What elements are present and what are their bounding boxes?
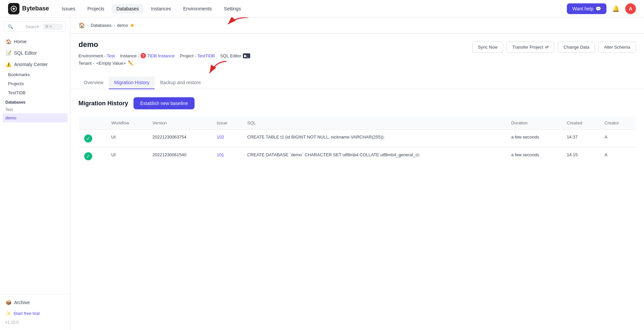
page-title: demo: [78, 40, 250, 49]
migration-history-title: Migration History: [78, 100, 128, 107]
tab-backup-restore[interactable]: Backup and restore: [155, 76, 206, 89]
search-shortcut: ⌘ K: [43, 24, 62, 30]
establish-new-baseline-button[interactable]: Establish new baseline: [133, 97, 195, 109]
body-layout: 🔍 Search ⌘ K 🏠 Home 📝 SQL Editor ⚠️ Anom…: [0, 17, 644, 330]
row2-issue[interactable]: 101: [211, 148, 242, 165]
row1-created: 14:37: [561, 130, 599, 148]
sidebar-bottom: 📦 Archive ✨ Start free trial v1.10.0: [0, 294, 70, 326]
issue-link-102[interactable]: 102: [217, 134, 224, 140]
breadcrumb: 🏠 › Databases › demo ★: [70, 17, 644, 34]
sidebar-project-testtidb[interactable]: TestTiDB: [0, 88, 70, 97]
sidebar-bookmarks[interactable]: Bookmarks: [0, 70, 70, 79]
transfer-project-button[interactable]: Transfer Project ⇄: [506, 42, 554, 53]
instance-link[interactable]: TiDB Instance: [147, 53, 174, 58]
row1-issue[interactable]: 102: [211, 130, 242, 148]
want-help-button[interactable]: Want help 💬: [567, 3, 606, 14]
nav-environments[interactable]: Environments: [178, 4, 217, 13]
edit-tenant-icon[interactable]: ✏️: [128, 60, 133, 66]
breadcrumb-home-icon[interactable]: 🏠: [78, 22, 85, 29]
notification-bell-icon[interactable]: 🔔: [610, 3, 621, 14]
col-version: Version: [147, 116, 211, 130]
row1-workflow: UI: [106, 130, 147, 148]
col-issue: Issue: [211, 116, 242, 130]
tenant-row: Tenant - <Empty Value> ✏️: [78, 60, 250, 66]
nav-databases[interactable]: Databases: [112, 4, 144, 13]
favorite-star-icon[interactable]: ★: [130, 22, 135, 29]
app-name: Bytebase: [22, 5, 49, 12]
row1-version: 20221230063754: [147, 130, 211, 148]
tenant-value: <Empty Value>: [96, 61, 126, 66]
project-link[interactable]: TestTiDB: [197, 53, 215, 58]
col-creator: Creator: [599, 116, 636, 130]
sidebar-db-demo[interactable]: demo: [3, 113, 67, 122]
start-trial-label: Start free trial: [13, 311, 40, 316]
section-header: Migration History Establish new baseline: [78, 97, 636, 109]
sidebar-item-sql-editor[interactable]: 📝 SQL Editor: [0, 47, 70, 59]
col-sql: SQL: [242, 116, 506, 130]
transfer-icon: ⇄: [545, 45, 549, 50]
start-free-trial-button[interactable]: ✨ Start free trial: [0, 308, 70, 319]
nav-projects[interactable]: Projects: [83, 4, 109, 13]
tab-overview[interactable]: Overview: [78, 76, 109, 89]
migration-table: Workflow Version Issue SQL Duration Crea…: [78, 116, 636, 165]
col-workflow: Workflow: [106, 116, 147, 130]
sidebar-archive[interactable]: 📦 Archive: [0, 297, 70, 308]
nav-instances[interactable]: Instances: [146, 4, 176, 13]
alter-schema-button[interactable]: Alter Schema: [598, 42, 636, 53]
page-header-row: demo Environment - Test Instance - T TiD…: [70, 34, 644, 71]
main-content: 🏠 › Databases › demo ★ demo Environm: [70, 17, 644, 330]
row1-sql: CREATE TABLE t1 (id BIGINT NOT NULL, nic…: [242, 130, 506, 148]
chat-icon: 💬: [595, 6, 601, 11]
breadcrumb-sep-1: ›: [87, 23, 89, 28]
sql-editor-meta: SQL Editor ▶_: [220, 53, 250, 58]
sidebar-anomaly-label: Anomaly Center: [14, 62, 48, 67]
row2-creator: A: [599, 148, 636, 165]
sync-now-button[interactable]: Sync Now: [472, 42, 503, 53]
project-meta: Project - TestTiDB: [180, 53, 215, 58]
page-header-left: demo Environment - Test Instance - T TiD…: [78, 40, 250, 71]
row1-duration: a few seconds: [506, 130, 561, 148]
breadcrumb-databases[interactable]: Databases: [91, 23, 111, 28]
env-label-text: Environment - Test: [78, 53, 115, 58]
user-avatar[interactable]: A: [625, 3, 636, 14]
home-icon: 🏠: [5, 39, 11, 45]
breadcrumb-current: demo: [117, 23, 128, 28]
arrow-annotation: [225, 17, 252, 28]
table-row: ✓ UI 20221230061540 101 CREATE DATABASE …: [79, 148, 636, 165]
table-row: ✓ UI 20221230063754 102 CREATE TABLE t1 …: [79, 130, 636, 148]
row2-workflow: UI: [106, 148, 147, 165]
app-logo[interactable]: Bytebase: [8, 3, 49, 14]
sql-editor-icon: 📝: [5, 50, 11, 56]
header-actions: Sync Now Transfer Project ⇄ Change Data …: [472, 42, 636, 53]
breadcrumb-sep-2: ›: [114, 23, 115, 28]
issue-link-101[interactable]: 101: [217, 152, 224, 157]
env-link[interactable]: Test: [107, 53, 115, 58]
tidb-icon: T: [141, 53, 146, 58]
top-navigation: Bytebase Issues Projects Databases Insta…: [0, 0, 644, 17]
nav-issues[interactable]: Issues: [57, 4, 80, 13]
archive-label: Archive: [14, 300, 30, 305]
row2-created: 14:15: [561, 148, 599, 165]
row1-status: ✓: [79, 130, 106, 148]
row2-version: 20221230061540: [147, 148, 211, 165]
row2-duration: a few seconds: [506, 148, 561, 165]
sidebar-projects-heading: Projects: [0, 79, 70, 88]
sidebar-databases-label: Databases: [0, 97, 70, 106]
tabs-row: Overview Migration History Backup and re…: [70, 76, 644, 89]
search-input[interactable]: 🔍 Search ⌘ K: [4, 21, 66, 32]
sidebar-item-home[interactable]: 🏠 Home: [0, 36, 70, 47]
sidebar-item-anomaly-center[interactable]: ⚠️ Anomaly Center: [0, 59, 70, 70]
logo-icon: [8, 3, 19, 14]
change-data-button[interactable]: Change Data: [558, 42, 595, 53]
nav-settings[interactable]: Settings: [219, 4, 246, 13]
status-success-icon: ✓: [84, 134, 92, 143]
row1-creator: A: [599, 130, 636, 148]
tabs-container: Overview Migration History Backup and re…: [70, 76, 644, 89]
tab-migration-history[interactable]: Migration History: [109, 76, 155, 89]
sparkle-icon: ✨: [5, 311, 11, 316]
terminal-icon[interactable]: ▶_: [243, 53, 250, 58]
search-icon: 🔍: [8, 24, 23, 29]
status-success-icon-2: ✓: [84, 152, 92, 160]
sidebar-sql-label: SQL Editor: [14, 50, 37, 56]
sidebar-home-label: Home: [14, 39, 26, 44]
